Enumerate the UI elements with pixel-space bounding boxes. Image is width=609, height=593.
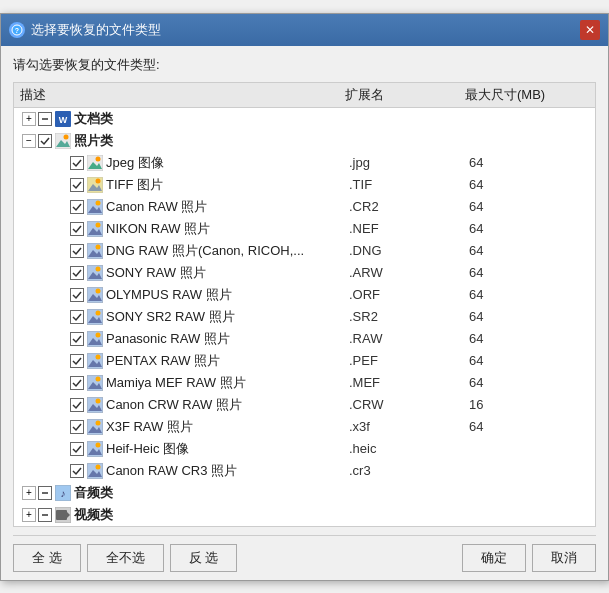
row-extension: .CR2 xyxy=(345,199,465,214)
row-size: 64 xyxy=(465,243,595,258)
tree-row[interactable]: X3F RAW 照片.x3f64 xyxy=(14,416,595,438)
raw-icon xyxy=(87,463,103,479)
row-extension: .jpg xyxy=(345,155,465,170)
svg-point-24 xyxy=(96,266,101,271)
checkbox[interactable] xyxy=(70,442,84,456)
checkbox[interactable] xyxy=(70,244,84,258)
expand-button[interactable]: + xyxy=(22,112,36,126)
checkbox[interactable] xyxy=(70,266,84,280)
tree-row[interactable]: Canon CRW RAW 照片.CRW16 xyxy=(14,394,595,416)
checkbox[interactable] xyxy=(70,464,84,478)
invert-button[interactable]: 反 选 xyxy=(170,544,238,572)
checkbox[interactable] xyxy=(38,112,52,126)
tree-row[interactable]: Canon RAW CR3 照片.cr3 xyxy=(14,460,595,482)
svg-text:♪: ♪ xyxy=(61,488,66,499)
tree-row[interactable]: + ♪ 音频类 xyxy=(14,482,595,504)
tree-row[interactable]: PENTAX RAW 照片.PEF64 xyxy=(14,350,595,372)
row-extension: .SR2 xyxy=(345,309,465,324)
row-label: Panasonic RAW 照片 xyxy=(106,330,230,348)
expand-button[interactable]: + xyxy=(22,508,36,522)
raw-icon xyxy=(87,309,103,325)
tree-row[interactable]: − 照片类 xyxy=(14,130,595,152)
file-type-tree[interactable]: + W 文档类− 照片类 Jpeg 图像.jpg64 TIFF 图片.TIF64… xyxy=(13,107,596,527)
cancel-button[interactable]: 取消 xyxy=(532,544,596,572)
tree-row[interactable]: SONY RAW 照片.ARW64 xyxy=(14,262,595,284)
tree-row[interactable]: + 视频类 xyxy=(14,504,595,526)
checkbox[interactable] xyxy=(70,354,84,368)
row-size: 64 xyxy=(465,287,595,302)
dialog-title: 选择要恢复的文件类型 xyxy=(31,21,161,39)
svg-point-9 xyxy=(96,156,101,161)
tree-row[interactable]: Jpeg 图像.jpg64 xyxy=(14,152,595,174)
row-size: 64 xyxy=(465,221,595,236)
tree-header: 描述 扩展名 最大尺寸(MB) xyxy=(13,82,596,107)
music-icon: ♪ xyxy=(55,485,71,501)
svg-point-48 xyxy=(96,442,101,447)
expand-button[interactable]: + xyxy=(22,486,36,500)
row-label: TIFF 图片 xyxy=(106,176,163,194)
row-extension: .x3f xyxy=(345,419,465,434)
raw-icon xyxy=(87,243,103,259)
checkbox[interactable] xyxy=(38,486,52,500)
tree-row[interactable]: DNG RAW 照片(Canon, RICOH,....DNG64 xyxy=(14,240,595,262)
row-label: 视频类 xyxy=(74,506,113,524)
word-icon: W xyxy=(55,111,71,127)
header-col2: 扩展名 xyxy=(345,86,465,104)
checkbox[interactable] xyxy=(70,420,84,434)
svg-text:W: W xyxy=(59,115,68,125)
tree-row[interactable]: Canon RAW 照片.CR264 xyxy=(14,196,595,218)
raw-icon xyxy=(87,331,103,347)
checkbox[interactable] xyxy=(70,332,84,346)
svg-point-33 xyxy=(96,332,101,337)
row-label: PENTAX RAW 照片 xyxy=(106,352,220,370)
row-label: Canon RAW CR3 照片 xyxy=(106,462,237,480)
svg-point-27 xyxy=(96,288,101,293)
row-size: 64 xyxy=(465,177,595,192)
checkbox[interactable] xyxy=(70,398,84,412)
tree-row[interactable]: Mamiya MEF RAW 照片.MEF64 xyxy=(14,372,595,394)
checkbox[interactable] xyxy=(38,134,52,148)
tree-row[interactable]: SONY SR2 RAW 照片.SR264 xyxy=(14,306,595,328)
select-all-button[interactable]: 全 选 xyxy=(13,544,81,572)
row-label: X3F RAW 照片 xyxy=(106,418,193,436)
instruction-text: 请勾选要恢复的文件类型: xyxy=(13,56,596,74)
row-label: 音频类 xyxy=(74,484,113,502)
row-size: 16 xyxy=(465,397,595,412)
checkbox[interactable] xyxy=(38,508,52,522)
row-size: 64 xyxy=(465,419,595,434)
tree-row[interactable]: OLYMPUS RAW 照片.ORF64 xyxy=(14,284,595,306)
svg-rect-58 xyxy=(56,510,67,520)
raw-icon xyxy=(87,441,103,457)
row-size: 64 xyxy=(465,353,595,368)
tree-row[interactable]: Heif-Heic 图像.heic xyxy=(14,438,595,460)
checkbox[interactable] xyxy=(70,376,84,390)
raw-icon xyxy=(87,353,103,369)
checkbox[interactable] xyxy=(70,310,84,324)
deselect-all-button[interactable]: 全不选 xyxy=(87,544,164,572)
dialog-footer: 全 选 全不选 反 选 确定 取消 xyxy=(1,536,608,580)
checkbox[interactable] xyxy=(70,156,84,170)
svg-point-51 xyxy=(96,464,101,469)
tree-row[interactable]: + Internet类 xyxy=(14,526,595,527)
row-extension: .ARW xyxy=(345,265,465,280)
tree-row[interactable]: NIKON RAW 照片.NEF64 xyxy=(14,218,595,240)
svg-point-42 xyxy=(96,398,101,403)
tree-row[interactable]: + W 文档类 xyxy=(14,108,595,130)
checkbox[interactable] xyxy=(70,288,84,302)
row-size: 64 xyxy=(465,331,595,346)
close-button[interactable]: ✕ xyxy=(580,20,600,40)
ok-button[interactable]: 确定 xyxy=(462,544,526,572)
header-col3: 最大尺寸(MB) xyxy=(465,86,595,104)
tree-row[interactable]: TIFF 图片.TIF64 xyxy=(14,174,595,196)
raw-icon xyxy=(87,287,103,303)
tree-row[interactable]: Panasonic RAW 照片.RAW64 xyxy=(14,328,595,350)
checkbox[interactable] xyxy=(70,178,84,192)
row-label: 文档类 xyxy=(74,110,113,128)
checkbox[interactable] xyxy=(70,222,84,236)
row-extension: .RAW xyxy=(345,331,465,346)
title-bar: ? 选择要恢复的文件类型 ✕ xyxy=(1,14,608,46)
row-size: 64 xyxy=(465,155,595,170)
raw-icon xyxy=(87,199,103,215)
expand-button[interactable]: − xyxy=(22,134,36,148)
checkbox[interactable] xyxy=(70,200,84,214)
